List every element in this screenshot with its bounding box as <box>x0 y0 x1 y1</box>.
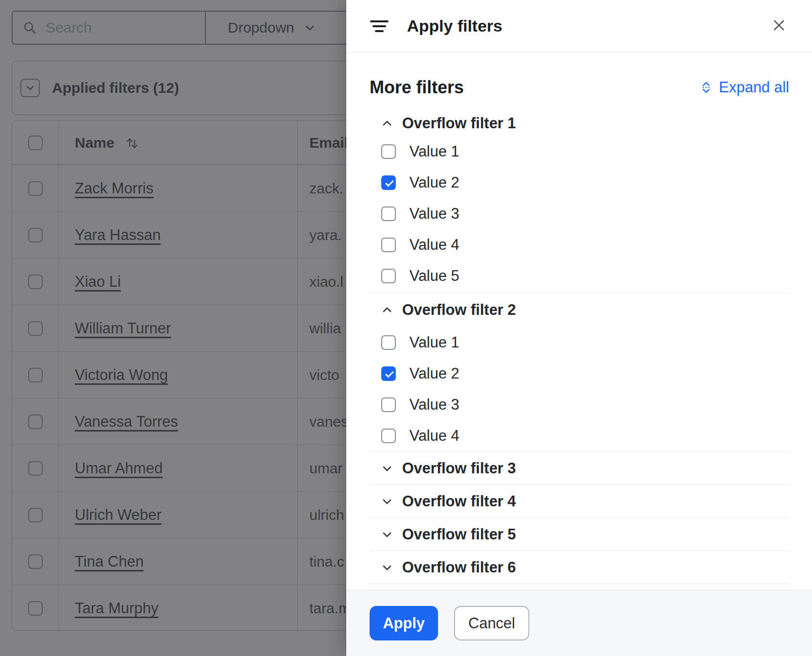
chevron-down-icon <box>381 562 393 573</box>
filter-section-header[interactable]: Overflow filter 1 <box>370 111 789 136</box>
checkbox[interactable] <box>381 397 396 412</box>
apply-filters-drawer: Apply filters More filters <box>346 0 812 656</box>
filter-option[interactable]: Value 3 <box>370 389 789 420</box>
chevron-down-icon <box>381 496 393 507</box>
filter-lines-icon <box>370 19 389 34</box>
checkbox-label: Value 1 <box>409 334 459 351</box>
checkbox-label: Value 2 <box>409 174 459 191</box>
close-button[interactable] <box>767 14 791 37</box>
filter-section-title: Overflow filter 2 <box>402 301 516 319</box>
expand-all-button[interactable]: Expand all <box>699 79 789 96</box>
checkbox[interactable] <box>381 175 396 190</box>
chevron-down-icon <box>381 463 393 474</box>
filter-option[interactable]: Value 1 <box>370 327 789 358</box>
drawer-header: Apply filters <box>346 0 812 52</box>
expand-all-label: Expand all <box>719 79 789 96</box>
filter-option[interactable]: Value 2 <box>370 358 789 389</box>
filter-option[interactable]: Value 2 <box>370 167 789 198</box>
filter-option[interactable]: Value 4 <box>370 420 789 451</box>
checkbox[interactable] <box>381 366 396 381</box>
expand-vertical-icon <box>699 81 713 94</box>
drawer-body: More filters Expand all <box>346 78 812 584</box>
more-filters-row: More filters Expand all <box>370 78 789 97</box>
filter-option[interactable]: Value 3 <box>370 198 789 229</box>
drawer-title: Apply filters <box>407 17 502 35</box>
checkbox-label: Value 2 <box>409 365 459 382</box>
close-x-icon <box>772 18 786 33</box>
filter-section-header[interactable]: Overflow filter 5 <box>370 518 789 551</box>
drawer-footer: Apply Cancel <box>346 590 812 656</box>
checkbox[interactable] <box>381 144 396 159</box>
checkbox[interactable] <box>381 269 396 283</box>
checkbox-label: Value 4 <box>409 427 459 445</box>
filter-option[interactable]: Value 1 <box>370 136 789 167</box>
checkbox[interactable] <box>381 429 396 443</box>
apply-button[interactable]: Apply <box>370 606 438 640</box>
screen: Search Dropdown Applied filters (12) <box>0 0 812 656</box>
more-filters-heading: More filters <box>370 77 464 98</box>
section-divider <box>370 584 789 584</box>
filter-option[interactable]: Value 4 <box>370 229 789 260</box>
checkbox-label: Value 3 <box>409 396 459 414</box>
filter-section-title: Overflow filter 5 <box>402 526 516 543</box>
chevron-down-icon <box>381 529 393 540</box>
checkbox[interactable] <box>381 207 396 221</box>
checkbox-label: Value 1 <box>409 143 459 160</box>
filter-section-header[interactable]: Overflow filter 2 <box>370 293 789 327</box>
filter-section-title: Overflow filter 1 <box>402 115 516 132</box>
filter-option[interactable]: Value 5 <box>370 260 789 292</box>
cancel-button[interactable]: Cancel <box>454 606 529 640</box>
chevron-up-icon <box>381 118 393 129</box>
checkbox-label: Value 3 <box>409 205 459 223</box>
filter-section-header[interactable]: Overflow filter 6 <box>370 551 789 584</box>
checkbox-label: Value 4 <box>409 236 459 254</box>
filter-section-header[interactable]: Overflow filter 3 <box>370 452 789 484</box>
checkbox[interactable] <box>381 238 396 252</box>
filter-section-title: Overflow filter 6 <box>402 559 516 576</box>
filter-section-title: Overflow filter 3 <box>402 460 516 477</box>
checkbox-label: Value 5 <box>409 267 459 285</box>
filter-section-header[interactable]: Overflow filter 4 <box>370 485 789 518</box>
checkbox[interactable] <box>381 335 396 350</box>
chevron-up-icon <box>381 304 393 316</box>
filter-section-title: Overflow filter 4 <box>402 493 516 510</box>
